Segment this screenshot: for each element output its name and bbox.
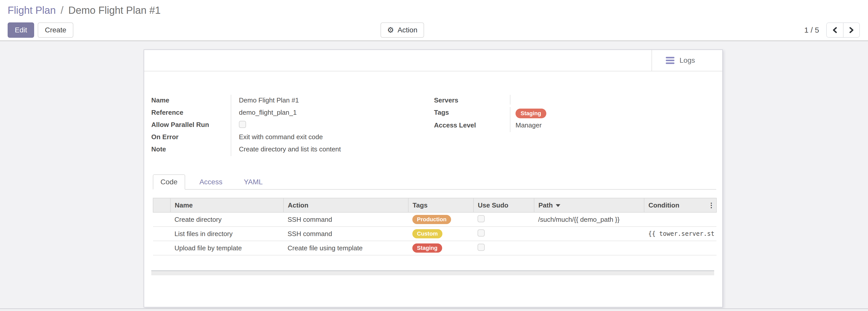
use-sudo-checkbox[interactable] bbox=[477, 229, 485, 236]
use-sudo-checkbox[interactable] bbox=[477, 244, 485, 251]
field-value-tags: Staging bbox=[510, 107, 648, 120]
gear-icon: ⚙ bbox=[387, 26, 394, 34]
row-tags-cell: Staging bbox=[408, 241, 473, 255]
bottom-edge-strip bbox=[0, 308, 868, 311]
horizontal-scrollbar[interactable] bbox=[151, 270, 714, 275]
table-header-row: Name Action Tags Use Sudo Path Condition… bbox=[153, 198, 716, 213]
table-row[interactable]: List files in directory SSH command Cust… bbox=[153, 227, 716, 241]
field-row-note: Note Create directory and list its conte… bbox=[151, 144, 426, 156]
field-row-access-level: Access Level Manager bbox=[434, 120, 648, 132]
top-bar: Flight Plan / Demo Flight Plan #1 Edit C… bbox=[0, 0, 868, 41]
row-tags-cell: Production bbox=[408, 213, 473, 227]
row-action-cell: SSH command bbox=[283, 213, 408, 227]
row-name-cell: List files in directory bbox=[170, 227, 283, 241]
field-value-allow-parallel-run bbox=[231, 119, 426, 132]
row-use-sudo-cell bbox=[473, 227, 534, 241]
optional-columns-icon[interactable]: ⋮ bbox=[708, 201, 715, 209]
row-condition-cell bbox=[644, 241, 716, 255]
column-header-action[interactable]: Action bbox=[283, 198, 408, 213]
row-use-sudo-cell bbox=[473, 213, 534, 227]
field-row-reference: Reference demo_flight_plan_1 bbox=[151, 107, 426, 119]
pager: 1 / 5 bbox=[804, 23, 860, 38]
row-handle-cell bbox=[153, 213, 170, 227]
column-header-tags[interactable]: Tags bbox=[408, 198, 473, 213]
field-label-tags: Tags bbox=[434, 107, 510, 116]
field-value-servers bbox=[510, 95, 648, 105]
row-path-cell bbox=[534, 227, 644, 241]
field-value-name: Demo Flight Plan #1 bbox=[231, 95, 426, 107]
column-header-condition[interactable]: Condition⋮ bbox=[644, 198, 716, 213]
allow-parallel-run-checkbox[interactable] bbox=[239, 121, 246, 128]
tag-badge-custom: Custom bbox=[412, 229, 442, 238]
toolbar-buttons: Edit Create bbox=[8, 23, 73, 38]
chevron-right-icon bbox=[848, 27, 855, 34]
row-tags-cell: Custom bbox=[408, 227, 473, 241]
field-label-reference: Reference bbox=[151, 107, 231, 116]
row-use-sudo-cell bbox=[473, 241, 534, 255]
field-label-servers: Servers bbox=[434, 95, 510, 104]
tag-badge-staging[interactable]: Staging bbox=[516, 109, 546, 118]
column-header-use-sudo[interactable]: Use Sudo bbox=[473, 198, 534, 213]
pager-count: 1 / 5 bbox=[804, 26, 819, 34]
action-button[interactable]: ⚙ Action bbox=[380, 23, 424, 38]
field-row-name: Name Demo Flight Plan #1 bbox=[151, 95, 426, 107]
field-label-name: Name bbox=[151, 95, 231, 104]
field-label-allow-parallel-run: Allow Parallel Run bbox=[151, 119, 231, 129]
field-row-allow-parallel-run: Allow Parallel Run bbox=[151, 119, 426, 132]
create-button[interactable]: Create bbox=[38, 23, 73, 38]
row-name-cell: Upload file by template bbox=[170, 241, 283, 255]
row-condition-cell bbox=[644, 213, 716, 227]
field-value-reference: demo_flight_plan_1 bbox=[231, 107, 426, 119]
column-header-name[interactable]: Name bbox=[170, 198, 283, 213]
page: Flight Plan / Demo Flight Plan #1 Edit C… bbox=[0, 0, 868, 311]
sort-desc-icon bbox=[556, 204, 560, 207]
logs-button[interactable]: Logs bbox=[661, 50, 700, 71]
pager-next-button[interactable] bbox=[843, 23, 859, 37]
field-group-right: Servers Tags Staging Access Level Manage… bbox=[434, 95, 648, 132]
content-area: Logs Name Demo Flight Plan #1 Reference … bbox=[0, 41, 868, 308]
breadcrumb-separator: / bbox=[59, 5, 65, 16]
field-label-access-level: Access Level bbox=[434, 120, 510, 129]
row-handle-cell bbox=[153, 241, 170, 255]
tab-code[interactable]: Code bbox=[153, 174, 185, 190]
tag-badge-staging-row: Staging bbox=[412, 244, 442, 253]
field-label-on-error: On Error bbox=[151, 132, 231, 141]
pager-prev-button[interactable] bbox=[827, 23, 843, 37]
tab-bar: Code Access YAML bbox=[153, 174, 716, 190]
field-group-left: Name Demo Flight Plan #1 Reference demo_… bbox=[151, 95, 426, 156]
field-row-on-error: On Error Exit with command exit code bbox=[151, 132, 426, 144]
row-path-cell bbox=[534, 241, 644, 255]
row-name-cell: Create directory bbox=[170, 213, 283, 227]
field-value-on-error: Exit with command exit code bbox=[231, 132, 426, 144]
hamburger-icon bbox=[666, 57, 675, 64]
field-label-note: Note bbox=[151, 144, 231, 153]
card-header: Logs bbox=[144, 50, 722, 72]
header-separator bbox=[652, 50, 652, 71]
chevron-left-icon bbox=[832, 27, 838, 34]
record-card: Logs Name Demo Flight Plan #1 Reference … bbox=[144, 50, 723, 307]
edit-button[interactable]: Edit bbox=[8, 23, 34, 38]
row-path-cell: /such/much/{{ demo_path }} bbox=[534, 213, 644, 227]
use-sudo-checkbox[interactable] bbox=[477, 215, 485, 222]
tag-badge-production: Production bbox=[412, 215, 451, 224]
field-row-tags: Tags Staging bbox=[434, 107, 648, 120]
column-header-path[interactable]: Path bbox=[534, 198, 644, 213]
field-value-note: Create directory and list its content bbox=[231, 144, 426, 156]
tab-access[interactable]: Access bbox=[192, 175, 229, 189]
action-button-label: Action bbox=[398, 26, 417, 34]
field-row-servers: Servers bbox=[434, 95, 648, 107]
pager-button-group bbox=[826, 23, 860, 38]
row-handle-cell bbox=[153, 227, 170, 241]
logs-button-label: Logs bbox=[680, 56, 695, 64]
field-value-access-level: Manager bbox=[510, 120, 648, 132]
breadcrumb: Flight Plan / Demo Flight Plan #1 bbox=[8, 5, 161, 16]
tab-yaml[interactable]: YAML bbox=[237, 175, 270, 189]
commands-table: Name Action Tags Use Sudo Path Condition… bbox=[153, 198, 717, 255]
table-row[interactable]: Upload file by template Create file usin… bbox=[153, 241, 716, 255]
row-action-cell: Create file using template bbox=[283, 241, 408, 255]
column-header-handle bbox=[153, 198, 170, 213]
table-row[interactable]: Create directory SSH command Production … bbox=[153, 213, 716, 227]
row-action-cell: SSH command bbox=[283, 227, 408, 241]
breadcrumb-parent-link[interactable]: Flight Plan bbox=[8, 5, 56, 16]
row-condition-cell: {{ tower.server.st bbox=[644, 227, 716, 241]
